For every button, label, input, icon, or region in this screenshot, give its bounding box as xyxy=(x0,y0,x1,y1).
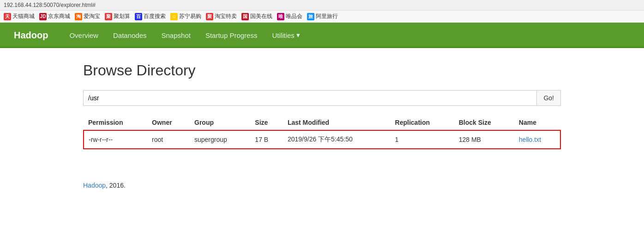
bookmark-item[interactable]: 国国美在线 xyxy=(241,12,272,20)
bookmark-icon: 旅 xyxy=(307,13,314,20)
cell-name: hello.txt xyxy=(514,130,560,149)
table-header-cell: Size xyxy=(250,115,283,130)
nav-overview[interactable]: Overview xyxy=(62,24,106,47)
bookmark-item[interactable]: 聚聚划算 xyxy=(105,12,130,20)
bookmark-item[interactable]: JD京东商城 xyxy=(39,12,70,20)
footer-link[interactable]: Hadoop xyxy=(83,182,106,189)
bookmark-item[interactable]: ☺苏宁易购 xyxy=(170,12,201,20)
url-text: 192.168.44.128:50070/explorer.html# xyxy=(4,2,96,8)
bookmark-item[interactable]: 唯唯品会 xyxy=(277,12,302,20)
table-header-cell: Permission xyxy=(84,115,147,130)
nav-snapshot[interactable]: Snapshot xyxy=(154,24,198,47)
bookmarks-bar: 天天猫商城JD京东商城淘爱淘宝聚聚划算百百度搜索☺苏宁易购聚淘宝特卖国国美在线唯… xyxy=(0,11,644,23)
bookmark-icon: 百 xyxy=(135,13,142,20)
bookmark-label: 唯品会 xyxy=(286,12,302,20)
table-header-cell: Last Modified xyxy=(283,115,391,130)
bookmark-icon: 国 xyxy=(241,13,249,20)
nav-startup-progress[interactable]: Startup Progress xyxy=(198,24,265,47)
bookmark-label: 爱淘宝 xyxy=(84,12,100,20)
navbar: Hadoop Overview Datanodes Snapshot Start… xyxy=(0,24,644,47)
bookmark-icon: ☺ xyxy=(170,13,178,20)
bookmark-icon: 天 xyxy=(4,13,11,20)
bookmark-label: 百度搜索 xyxy=(144,12,166,20)
directory-table: PermissionOwnerGroupSizeLast ModifiedRep… xyxy=(83,115,561,149)
go-button[interactable]: Go! xyxy=(537,90,561,106)
cell-size: 17 B xyxy=(250,130,283,149)
cell-block-size: 128 MB xyxy=(454,130,514,149)
table-header-cell: Block Size xyxy=(454,115,514,130)
footer-text: Hadoop, 2016. xyxy=(83,182,126,189)
browser-address-bar: 192.168.44.128:50070/explorer.html# xyxy=(0,0,644,11)
cell-last-modified: 2019/9/26 下午5:45:50 xyxy=(283,130,391,149)
path-row: Go! xyxy=(83,90,561,106)
bookmark-label: 京东商城 xyxy=(48,12,70,20)
bookmark-item[interactable]: 天天猫商城 xyxy=(4,12,35,20)
bookmark-icon: 唯 xyxy=(277,13,284,20)
bookmark-icon: 淘 xyxy=(75,13,82,20)
cell-permission: -rw-r--r-- xyxy=(84,130,147,149)
table-header-cell: Owner xyxy=(147,115,190,130)
bookmark-item[interactable]: 百百度搜索 xyxy=(135,12,166,20)
bookmark-item[interactable]: 旅阿里旅行 xyxy=(307,12,338,20)
table-row: -rw-r--r--rootsupergroup17 B2019/9/26 下午… xyxy=(84,130,560,149)
table-header-cell: Name xyxy=(514,115,560,130)
bookmark-label: 苏宁易购 xyxy=(179,12,201,20)
bookmark-label: 淘宝特卖 xyxy=(215,12,237,20)
bookmark-item[interactable]: 淘爱淘宝 xyxy=(75,12,100,20)
table-header-cell: Group xyxy=(190,115,250,130)
table-header-cell: Replication xyxy=(391,115,454,130)
bookmark-icon: 聚 xyxy=(206,13,213,20)
bookmark-label: 阿里旅行 xyxy=(316,12,338,20)
table-header-row: PermissionOwnerGroupSizeLast ModifiedRep… xyxy=(84,115,560,130)
path-input[interactable] xyxy=(83,90,537,106)
nav-datanodes[interactable]: Datanodes xyxy=(106,24,154,47)
bookmark-label: 聚划算 xyxy=(114,12,130,20)
bookmark-label: 国美在线 xyxy=(250,12,272,20)
cell-group: supergroup xyxy=(190,130,250,149)
cell-owner: root xyxy=(147,130,190,149)
footer: Hadoop, 2016. xyxy=(0,172,644,198)
page-title: Browse Directory xyxy=(83,62,561,79)
cell-replication: 1 xyxy=(391,130,454,149)
main-content: Browse Directory Go! PermissionOwnerGrou… xyxy=(0,48,644,163)
nav-utilities[interactable]: Utilities ▾ xyxy=(265,24,307,47)
bookmark-item[interactable]: 聚淘宝特卖 xyxy=(206,12,237,20)
nav-utilities-label: Utilities xyxy=(272,31,294,39)
navbar-brand[interactable]: Hadoop xyxy=(9,30,53,41)
dropdown-arrow-icon: ▾ xyxy=(296,31,300,39)
bookmark-label: 天猫商城 xyxy=(12,12,35,20)
file-link[interactable]: hello.txt xyxy=(519,136,541,143)
bookmark-icon: JD xyxy=(39,13,47,20)
bookmark-icon: 聚 xyxy=(105,13,112,20)
